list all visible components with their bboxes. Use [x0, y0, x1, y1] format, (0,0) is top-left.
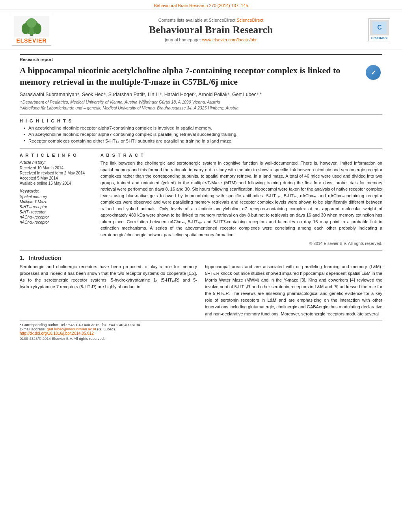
journal-homepage: journal homepage: www.elsevier.com/locat…	[55, 37, 367, 42]
svg-text:C: C	[377, 24, 382, 31]
keyword-4: 5-HT₇ receptor	[20, 210, 93, 214]
main-content: Research report A hippocampal nicotinic …	[0, 50, 402, 345]
abstract-text: The link between the cholinergic and ser…	[100, 160, 382, 238]
crossmark-circle[interactable]: ✓	[366, 65, 381, 80]
received-date: Received 10 March 2014	[20, 166, 93, 170]
doi-line[interactable]: http://dx.doi.org/10.1016/j.bbr.2014.05.…	[20, 331, 382, 336]
footnote-email: E-mail address: gert.lubec@meduniwien.ac…	[20, 327, 382, 331]
svg-point-4	[27, 18, 36, 28]
crossmark-logo: C CrossMark	[367, 18, 390, 41]
divider-1	[20, 114, 382, 115]
article-info-label: A R T I C L E I N F O	[20, 153, 93, 158]
keyword-5: nAChα₄ receptor	[20, 215, 93, 219]
keyword-6: nAChα₇ receptor	[20, 220, 93, 224]
elsevier-logo-area: ELSEVIER	[12, 14, 55, 46]
footnote-area: * Corresponding author. Tel.: +43 1 40 4…	[20, 321, 382, 341]
header-section: ELSEVIER Contents lists available at Sci…	[0, 10, 402, 50]
footnote-email-label: E-mail address:	[20, 327, 46, 331]
intro-number: 1.	[20, 255, 24, 261]
authors-line: Saraswathi Subramaniyanᵃ, Seok Heoᵃ, Sud…	[20, 91, 382, 97]
article-info: A R T I C L E I N F O Article history: R…	[20, 153, 93, 224]
intro-col2: hippocampal areas and are associated wit…	[205, 263, 382, 317]
abstract-section: A B S T R A C T The link between the cho…	[100, 153, 382, 246]
revised-date: Received in revised form 2 May 2014	[20, 171, 93, 175]
affiliation-b: ᵇ Abteilung für Labortierkunde und – gen…	[20, 106, 382, 110]
crossmark-text: CrossMark	[370, 36, 389, 40]
article-title-row: A hippocampal nicotinic acetylcholine al…	[20, 65, 382, 87]
abstract-col: A B S T R A C T The link between the cho…	[100, 153, 382, 246]
keyword-3: 5-HT₁ₐ receptor	[20, 205, 93, 209]
elsevier-text: ELSEVIER	[14, 37, 49, 44]
footnote-email-note: (G. Lubec).	[97, 327, 116, 331]
header-center: Contents lists available at ScienceDirec…	[55, 18, 367, 42]
elsevier-box: ELSEVIER	[12, 14, 51, 46]
article-info-abstract: A R T I C L E I N F O Article history: R…	[20, 153, 382, 246]
journal-citation: Behavioural Brain Research 270 (2014) 13…	[154, 3, 248, 8]
intro-section: 1. Introduction Serotonergic and choline…	[20, 255, 382, 317]
divider-3	[20, 250, 382, 251]
keyword-2: Multiple T-Maze	[20, 200, 93, 204]
keywords-section: Keywords: Spatial memory Multiple T-Maze…	[20, 189, 93, 224]
journal-title: Behavioural Brain Research	[55, 24, 367, 36]
article-info-col: A R T I C L E I N F O Article history: R…	[20, 153, 93, 246]
copyright-bottom: 0166-4328/© 2014 Elsevier B.V. All right…	[20, 336, 382, 341]
keyword-1: Spatial memory	[20, 195, 93, 199]
crossmark-badge[interactable]: ✓	[366, 65, 382, 80]
intro-title: 1. Introduction	[20, 255, 382, 261]
article-title: A hippocampal nicotinic acetylcholine al…	[20, 65, 362, 87]
highlights-label: H I G H L I G H T S	[20, 119, 382, 123]
crossmark-box: C CrossMark	[368, 18, 390, 41]
footnote-corresponding: * Corresponding author. Tel.: +43 1 40 4…	[20, 323, 382, 327]
intro-col1: Serotonergic and cholinergic receptors h…	[20, 263, 197, 317]
intro-body: Serotonergic and cholinergic receptors h…	[20, 263, 382, 317]
journal-homepage-link[interactable]: www.elsevier.com/locate/bbr	[202, 37, 257, 42]
keywords-label: Keywords:	[20, 189, 93, 193]
footnote-email-link[interactable]: gert.lubec@meduniwien.ac.at	[47, 327, 96, 331]
crossmark-image: C	[370, 20, 389, 35]
affiliation-a: ᵃ Department of Pediatrics, Medical Univ…	[20, 100, 382, 104]
history-label: Article history:	[20, 160, 93, 165]
online-date: Available online 15 May 2014	[20, 181, 93, 185]
highlights-list: An acetylcholine nicotinic receptor alph…	[20, 126, 382, 144]
journal-bar: Behavioural Brain Research 270 (2014) 13…	[0, 0, 402, 10]
page: Behavioural Brain Research 270 (2014) 13…	[0, 0, 402, 345]
divider-2	[20, 148, 382, 149]
intro-heading: Introduction	[29, 255, 61, 261]
highlight-item-1: An acetylcholine nicotinic receptor alph…	[24, 126, 382, 130]
elsevier-tree-graphic	[14, 16, 49, 37]
abstract-label: A B S T R A C T	[100, 153, 382, 158]
accepted-date: Accepted 5 May 2014	[20, 176, 93, 180]
highlights-section: H I G H L I G H T S An acetylcholine nic…	[20, 119, 382, 144]
highlight-item-3: Receptor complexes containing either 5-H…	[24, 138, 382, 144]
highlight-item-2: An acetylcholine nicotinic receptor alph…	[24, 132, 382, 137]
abstract-copyright: © 2014 Elsevier B.V. All rights reserved…	[100, 241, 382, 246]
sciencedirect-link[interactable]: ScienceDirect	[236, 18, 263, 22]
sciencedirect-line: Contents lists available at ScienceDirec…	[55, 18, 367, 22]
report-type-label: Research report	[20, 54, 382, 62]
